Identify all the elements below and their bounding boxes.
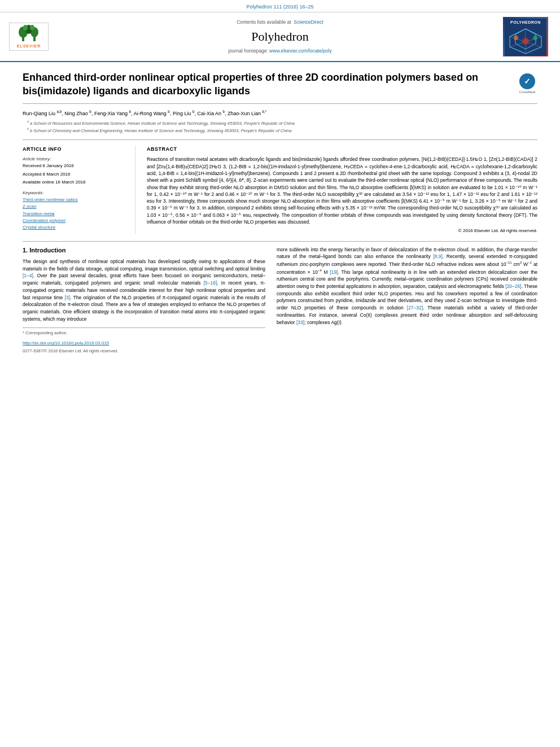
- article-title: Enhanced third-order nonlinear optical p…: [23, 71, 491, 98]
- journal-homepage: journal homepage: www.elsevier.com/locat…: [228, 48, 331, 55]
- keyword-1[interactable]: Third-order nonlinear optics: [23, 196, 128, 203]
- journal-header-right: POLYHEDRON: [500, 17, 551, 56]
- sciencedirect-line: Contents lists available at ScienceDirec…: [237, 19, 323, 26]
- intro-right-col: more sublevels into the energy hierarchy…: [277, 246, 537, 355]
- author-ning-zhao: Ning Zhao b: [64, 111, 91, 116]
- ref-19[interactable]: [19]: [330, 269, 338, 274]
- journal-header-left: ELSEVIER: [9, 17, 60, 56]
- intro-paragraph-2: more sublevels into the energy hierarchy…: [277, 246, 537, 326]
- section-number: 1.: [23, 247, 28, 254]
- ref-1-4[interactable]: [1–4]: [23, 273, 33, 278]
- two-col-section: ARTICLE INFO Article history: Received 6…: [23, 139, 537, 234]
- page-container: Polyhedron 111 (2016) 16–25 ELSEV: [0, 0, 560, 364]
- elsevier-tree-icon: [16, 24, 41, 42]
- keywords-label: Keywords:: [23, 190, 128, 196]
- ref-5-18[interactable]: [5–18]: [204, 280, 217, 286]
- doi-link-section: http://dx.doi.org/10.1016/j.poly.2016.03…: [23, 339, 265, 347]
- svg-point-15: [533, 36, 537, 40]
- abstract-col: ABSTRACT Reactions of transition metal a…: [147, 146, 537, 234]
- journal-header: ELSEVIER Contents lists available at Sci…: [0, 12, 560, 62]
- abstract-text: Reactions of transition metal acetates w…: [147, 156, 537, 225]
- intro-left-col: 1. Introduction The design and synthesis…: [23, 246, 265, 355]
- top-bar: Polyhedron 111 (2016) 16–25: [0, 0, 560, 12]
- received-date: Received 6 January 2016: [23, 163, 128, 169]
- journal-header-center: Contents lists available at ScienceDirec…: [65, 17, 495, 56]
- doi-top: Polyhedron 111 (2016) 16–25: [246, 4, 313, 10]
- main-content: 1. Introduction The design and synthesis…: [23, 241, 537, 355]
- copyright-line: © 2016 Elsevier Ltd. All rights reserved…: [147, 228, 537, 234]
- elsevier-logo-img: ELSEVIER: [9, 23, 49, 51]
- accepted-date: Accepted 8 March 2016: [23, 171, 128, 177]
- crossmark-label: CrossMark: [519, 90, 535, 94]
- doi-link[interactable]: http://dx.doi.org/10.1016/j.poly.2016.03…: [23, 340, 109, 346]
- authors-line: Run-Qiang Liu a,b, Ning Zhao b, Feng-Xia…: [23, 110, 537, 117]
- keyword-5[interactable]: Crystal structure: [23, 224, 128, 230]
- section-title: Introduction: [29, 247, 65, 254]
- keyword-2[interactable]: Z-scan: [23, 203, 128, 209]
- sciencedirect-text: Contents lists available at: [237, 19, 291, 25]
- intro-paragraph-1: The design and synthesis of nonlinear op…: [23, 258, 265, 323]
- journal-homepage-link[interactable]: www.elsevier.com/locate/poly: [269, 48, 332, 54]
- elsevier-label: ELSEVIER: [17, 43, 41, 49]
- article-info-col: ARTICLE INFO Article history: Received 6…: [23, 146, 135, 234]
- article-title-section: Enhanced third-order nonlinear optical p…: [23, 71, 537, 104]
- keywords-section: Keywords: Third-order nonlinear optics Z…: [23, 190, 128, 230]
- svg-point-13: [522, 38, 529, 45]
- ref-8-9[interactable]: [8,9]: [433, 254, 443, 259]
- elsevier-logo: ELSEVIER: [9, 23, 49, 51]
- issn-text: 0277-5387/© 2016 Elsevier Ltd. All right…: [23, 348, 118, 353]
- author-run-qiang: Run-Qiang Liu a,b: [23, 111, 62, 116]
- crossmark-icon: ✓: [519, 73, 535, 89]
- polyhedron-cover-title: POLYHEDRON: [505, 19, 546, 27]
- footnote-section: * Corresponding author.: [23, 327, 265, 337]
- svg-point-14: [514, 36, 518, 40]
- issn-line: 0277-5387/© 2016 Elsevier Ltd. All right…: [23, 347, 265, 355]
- sciencedirect-link[interactable]: ScienceDirect: [294, 19, 323, 25]
- author-ping-liu: Ping Liu b: [173, 111, 195, 116]
- article-info-title: ARTICLE INFO: [23, 146, 128, 153]
- available-date: Available online 16 March 2016: [23, 179, 128, 185]
- ref-3[interactable]: [3]: [65, 295, 70, 300]
- keyword-3[interactable]: Transition metal: [23, 211, 128, 217]
- intro-heading: 1. Introduction: [23, 246, 265, 255]
- author-cai-xia: Cai-Xia An b: [197, 111, 225, 116]
- affiliation-a: a a School of Resources and Environmenta…: [27, 120, 537, 126]
- keyword-4[interactable]: Coordination polymer: [23, 217, 128, 224]
- abstract-title: ABSTRACT: [147, 146, 537, 153]
- author-zhao-xun: Zhao-Xun Lian b,*: [228, 111, 266, 116]
- ref-20-26[interactable]: [20–26]: [505, 283, 521, 289]
- polyhedron-cover: POLYHEDRON: [503, 17, 548, 56]
- journal-title: Polyhedron: [251, 28, 308, 46]
- svg-point-5: [23, 25, 28, 30]
- cover-image-icon: [505, 27, 546, 56]
- corresponding-author-note: * Corresponding author.: [23, 330, 265, 337]
- ref-27-32[interactable]: [27–32]: [407, 305, 423, 311]
- affiliation-b: b b School of Chemistry and Chemical Eng…: [27, 127, 537, 134]
- svg-point-6: [30, 25, 34, 30]
- polyhedron-cover-img: [505, 27, 546, 56]
- journal-homepage-text: journal homepage:: [228, 48, 269, 54]
- author-feng-xia: Feng-Xia Yang b: [94, 111, 131, 116]
- article-body: Enhanced third-order nonlinear optical p…: [0, 62, 560, 364]
- history-label: Article history:: [23, 156, 128, 162]
- author-ai-rong: Ai-Rong Wang b: [134, 111, 170, 116]
- crossmark-badge: ✓ CrossMark: [517, 73, 537, 94]
- ref-33[interactable]: [33]: [296, 320, 304, 325]
